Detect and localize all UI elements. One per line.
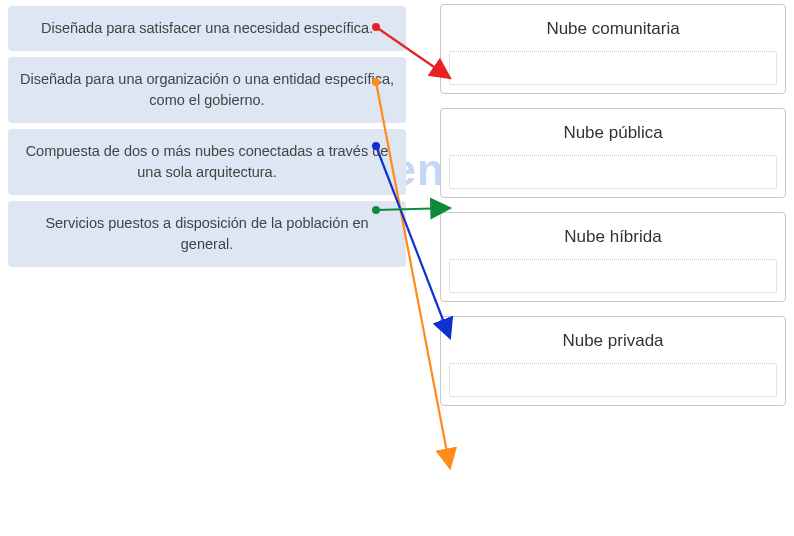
target-card: Nube híbrida bbox=[440, 212, 786, 302]
description-item[interactable]: Diseñada para una organización o una ent… bbox=[8, 57, 406, 123]
target-card: Nube comunitaria bbox=[440, 4, 786, 94]
drop-zone[interactable] bbox=[449, 259, 777, 293]
target-title: Nube híbrida bbox=[449, 221, 777, 259]
description-text: Compuesta de dos o más nubes conectadas … bbox=[26, 143, 389, 180]
target-title: Nube comunitaria bbox=[449, 13, 777, 51]
description-item[interactable]: Servicios puestos a disposición de la po… bbox=[8, 201, 406, 267]
targets-column: Nube comunitaria Nube pública Nube híbri… bbox=[440, 4, 786, 420]
description-text: Diseñada para satisfacer una necesidad e… bbox=[41, 20, 373, 36]
target-card: Nube pública bbox=[440, 108, 786, 198]
target-card: Nube privada bbox=[440, 316, 786, 406]
description-text: Servicios puestos a disposición de la po… bbox=[45, 215, 368, 252]
target-title: Nube privada bbox=[449, 325, 777, 363]
description-item[interactable]: Compuesta de dos o más nubes conectadas … bbox=[8, 129, 406, 195]
description-item[interactable]: Diseñada para satisfacer una necesidad e… bbox=[8, 6, 406, 51]
drop-zone[interactable] bbox=[449, 363, 777, 397]
drop-zone[interactable] bbox=[449, 155, 777, 189]
description-text: Diseñada para una organización o una ent… bbox=[20, 71, 394, 108]
drop-zone[interactable] bbox=[449, 51, 777, 85]
descriptions-column: Diseñada para satisfacer una necesidad e… bbox=[8, 6, 406, 273]
target-title: Nube pública bbox=[449, 117, 777, 155]
